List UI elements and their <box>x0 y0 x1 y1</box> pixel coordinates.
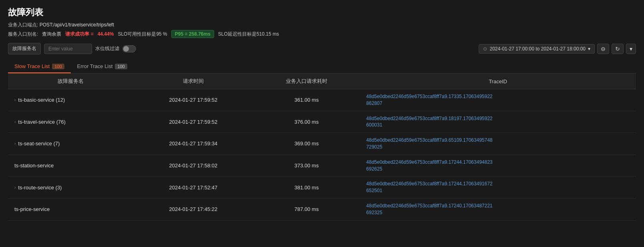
expand-chevron-icon[interactable]: › <box>14 120 16 124</box>
expand-chevron-icon[interactable]: › <box>14 185 16 190</box>
service-name-container: ›ts-travel-service (76) <box>14 119 127 125</box>
zoom-out-icon: ⊖ <box>601 46 606 52</box>
cell-trace-id: 48d5e0dbed2246d59e6753ccaf8ff7a9.65109.1… <box>360 133 636 155</box>
chevron-down-icon-2: ▾ <box>630 46 632 52</box>
cell-trace-id: 48d5e0dbed2246d59e6753ccaf8ff7a9.17335.1… <box>360 89 636 111</box>
col-duration: 业务入口请求耗时 <box>253 74 360 89</box>
trace-id-link[interactable]: 48d5e0dbed2246d59e6753ccaf8ff7a9.17244.1… <box>366 159 494 173</box>
service-name-container: ts-price-service <box>14 206 127 212</box>
p95-badge: P95 = 258.76ms <box>171 30 214 38</box>
endpoint-value: POST:/api/v1/travelservice/trips/left <box>40 22 114 28</box>
trace-id-link[interactable]: 48d5e0dbed2246d59e6753ccaf8ff7a9.17244.1… <box>366 181 494 194</box>
cell-duration: 369.00 ms <box>253 133 360 155</box>
slo-availability-label: SLO可用性目标是95 % <box>118 31 167 38</box>
table-row: ›ts-seat-service (7)2024-01-27 17:59:343… <box>8 133 636 155</box>
toolbar-left: 故障服务名 水位线过滤 <box>8 43 136 54</box>
service-name-text: ts-seat-service (7) <box>18 141 60 147</box>
table-row: ts-price-service2024-01-27 17:45:22787.0… <box>8 198 636 220</box>
service-name-text: ts-travel-service (76) <box>18 119 65 125</box>
service-name-text: ts-station-service <box>14 163 54 169</box>
toolbar-row: 故障服务名 水位线过滤 ⊙ 2024-01-27 17:00:00 to 202… <box>8 43 636 54</box>
slow-trace-label: Slow Trace List <box>14 63 50 69</box>
cell-service-name: ts-station-service <box>8 155 133 177</box>
cell-service-name: ›ts-route-service (3) <box>8 177 133 199</box>
service-name-text: ts-route-service (3) <box>18 185 62 191</box>
trace-id-link[interactable]: 48d5e0dbed2246d59e6753ccaf8ff7a9.17240.1… <box>366 203 494 216</box>
table-row: ts-station-service2024-01-27 17:58:02373… <box>8 155 636 177</box>
time-range-value: 2024-01-27 17:00:00 to 2024-01-27 18:00:… <box>490 46 586 52</box>
table-header-row: 故障服务名 请求时间 业务入口请求耗时 TraceID <box>8 74 636 89</box>
cell-request-time: 2024-01-27 17:59:34 <box>133 133 253 155</box>
error-trace-label: Error Trace List <box>77 63 113 69</box>
col-request-time: 请求时间 <box>133 74 253 89</box>
refresh-button[interactable]: ↻ <box>612 44 624 54</box>
watermark-label: 水位线过滤 <box>95 45 119 52</box>
cell-trace-id: 48d5e0dbed2246d59e6753ccaf8ff7a9.17244.1… <box>360 177 636 199</box>
cell-duration: 381.00 ms <box>253 177 360 199</box>
service-name-container: ›ts-route-service (3) <box>14 185 127 191</box>
cell-duration: 361.00 ms <box>253 89 360 111</box>
cell-request-time: 2024-01-27 17:58:02 <box>133 155 253 177</box>
trace-id-link[interactable]: 48d5e0dbed2246d59e6753ccaf8ff7a9.18197.1… <box>366 115 494 129</box>
service-name-container: ›ts-basic-service (12) <box>14 97 127 103</box>
chevron-down-icon: ▾ <box>588 46 590 52</box>
time-range-picker[interactable]: ⊙ 2024-01-27 17:00:00 to 2024-01-27 18:0… <box>479 44 595 54</box>
expand-chevron-icon[interactable]: › <box>14 141 16 146</box>
clock-icon: ⊙ <box>483 46 487 52</box>
tabs-row: Slow Trace List 100 Error Trace List 100 <box>8 60 636 74</box>
watermark-toggle[interactable] <box>122 45 136 52</box>
cell-service-name: ›ts-travel-service (76) <box>8 111 133 133</box>
service-alias-value: 查询余票 <box>42 31 61 38</box>
service-filter-input[interactable] <box>44 44 92 54</box>
cell-duration: 376.00 ms <box>253 111 360 133</box>
cell-duration: 373.00 ms <box>253 155 360 177</box>
col-service-name: 故障服务名 <box>8 74 133 89</box>
service-name-text: ts-price-service <box>14 206 50 212</box>
cell-request-time: 2024-01-27 17:59:52 <box>133 111 253 133</box>
toolbar-right: ⊙ 2024-01-27 17:00:00 to 2024-01-27 18:0… <box>479 44 636 54</box>
service-name-text: ts-basic-service (12) <box>18 97 65 103</box>
zoom-out-button[interactable]: ⊖ <box>597 44 609 54</box>
cell-trace-id: 48d5e0dbed2246d59e6753ccaf8ff7a9.17240.1… <box>360 198 636 220</box>
more-options-button[interactable]: ▾ <box>626 44 636 54</box>
page-title: 故障列表 <box>8 6 636 18</box>
endpoint-row: 业务入口端点: POST:/api/v1/travelservice/trips… <box>8 22 636 28</box>
tab-slow-trace[interactable]: Slow Trace List 100 <box>8 60 71 73</box>
table-row: ›ts-route-service (3)2024-01-27 17:52:47… <box>8 177 636 199</box>
cell-request-time: 2024-01-27 17:45:22 <box>133 198 253 220</box>
slo-row: 服务入口别名: 查询余票 请求成功率 = 44.44% SLO可用性目标是95 … <box>8 30 636 38</box>
table-row: ›ts-travel-service (76)2024-01-27 17:59:… <box>8 111 636 133</box>
service-alias-label: 服务入口别名: <box>8 31 38 38</box>
cell-service-name: ›ts-seat-service (7) <box>8 133 133 155</box>
tab-error-trace[interactable]: Error Trace List 100 <box>71 60 134 73</box>
cell-trace-id: 48d5e0dbed2246d59e6753ccaf8ff7a9.17244.1… <box>360 155 636 177</box>
refresh-icon: ↻ <box>615 46 620 52</box>
table-row: ›ts-basic-service (12)2024-01-27 17:59:5… <box>8 89 636 111</box>
cell-service-name: ts-price-service <box>8 198 133 220</box>
slow-trace-badge: 100 <box>52 64 64 69</box>
cell-trace-id: 48d5e0dbed2246d59e6753ccaf8ff7a9.18197.1… <box>360 111 636 133</box>
expand-chevron-icon[interactable]: › <box>14 98 16 102</box>
service-name-container: ts-station-service <box>14 163 127 169</box>
trace-table-container: 故障服务名 请求时间 业务入口请求耗时 TraceID ›ts-basic-se… <box>8 74 636 221</box>
filter-label: 故障服务名 <box>8 43 41 54</box>
slo-latency-label: SLO延迟性目标是510.15 ms <box>218 31 279 38</box>
success-rate-value: 44.44% <box>98 31 114 37</box>
trace-id-link[interactable]: 48d5e0dbed2246d59e6753ccaf8ff7a9.17335.1… <box>366 93 494 107</box>
endpoint-label: 业务入口端点: <box>8 22 38 28</box>
page-container: 故障列表 业务入口端点: POST:/api/v1/travelservice/… <box>0 0 644 227</box>
col-trace-id: TraceID <box>360 74 636 89</box>
cell-service-name: ›ts-basic-service (12) <box>8 89 133 111</box>
success-rate-label: 请求成功率 = <box>65 31 93 38</box>
service-name-container: ›ts-seat-service (7) <box>14 141 127 147</box>
trace-table: 故障服务名 请求时间 业务入口请求耗时 TraceID ›ts-basic-se… <box>8 74 636 221</box>
cell-request-time: 2024-01-27 17:59:52 <box>133 89 253 111</box>
cell-duration: 787.00 ms <box>253 198 360 220</box>
trace-id-link[interactable]: 48d5e0dbed2246d59e6753ccaf8ff7a9.65109.1… <box>366 137 494 151</box>
error-trace-badge: 100 <box>115 64 127 69</box>
cell-request-time: 2024-01-27 17:52:47 <box>133 177 253 199</box>
